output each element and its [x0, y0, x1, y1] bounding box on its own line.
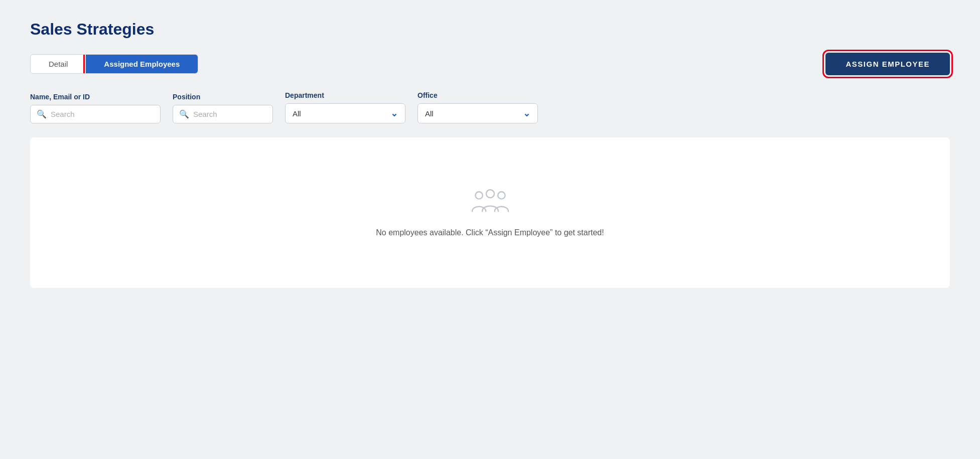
filter-name-label: Name, Email or ID: [30, 93, 161, 101]
filter-department-label: Department: [285, 91, 405, 99]
tab-group: Detail Assigned Employees: [30, 54, 198, 74]
filter-position: Position 🔍: [173, 93, 273, 123]
filter-office: Office All ⌄: [417, 91, 538, 123]
tab-assigned-employees[interactable]: Assigned Employees: [86, 55, 198, 73]
position-search-icon: 🔍: [179, 109, 189, 119]
name-search-input[interactable]: [51, 110, 154, 118]
name-search-wrapper[interactable]: 🔍: [30, 105, 161, 123]
filters-row: Name, Email or ID 🔍 Position 🔍 Departmen…: [30, 91, 950, 123]
position-search-input[interactable]: [193, 110, 266, 118]
name-search-icon: 🔍: [37, 109, 47, 119]
empty-people-icon: [470, 188, 510, 218]
tabs-and-action-bar: Detail Assigned Employees ASSIGN EMPLOYE…: [30, 53, 950, 75]
position-search-wrapper[interactable]: 🔍: [173, 105, 273, 123]
empty-state-message: No employees available. Click “Assign Em…: [376, 228, 604, 237]
tab-detail[interactable]: Detail: [31, 55, 86, 73]
filter-department: Department All ⌄: [285, 91, 405, 123]
filter-office-label: Office: [417, 91, 538, 99]
svg-point-1: [498, 192, 505, 199]
filter-position-label: Position: [173, 93, 273, 101]
assign-employee-button[interactable]: ASSIGN EMPLOYEE: [825, 53, 950, 75]
empty-state-container: No employees available. Click “Assign Em…: [30, 137, 950, 288]
department-select-value: All: [293, 109, 301, 118]
page-title: Sales Strategies: [30, 20, 950, 39]
svg-point-0: [475, 192, 482, 199]
department-select[interactable]: All ⌄: [285, 103, 405, 123]
office-select-value: All: [425, 109, 434, 118]
office-chevron-icon: ⌄: [523, 108, 530, 119]
department-chevron-icon: ⌄: [390, 108, 398, 119]
filter-name-email-id: Name, Email or ID 🔍: [30, 93, 161, 123]
svg-point-2: [486, 190, 494, 198]
office-select[interactable]: All ⌄: [417, 103, 538, 123]
